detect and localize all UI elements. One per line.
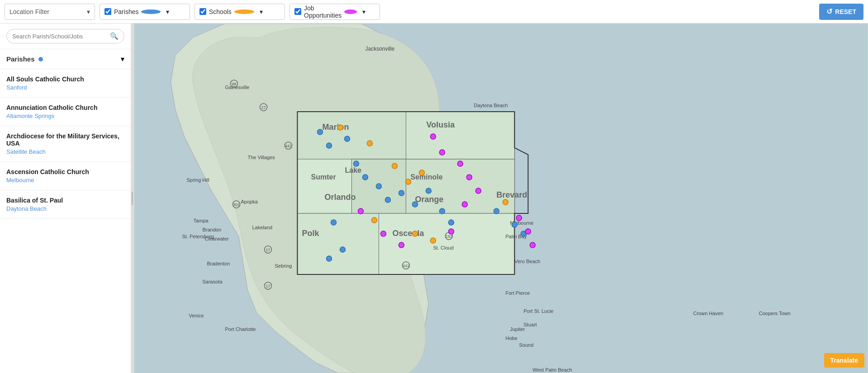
item-name-1: Annunciation Catholic Church — [6, 104, 124, 111]
parishes-section-header[interactable]: Parishes ▾ — [0, 49, 131, 69]
sidebar: 🔍 Parishes ▾ All Souls Catholic Church S… — [0, 24, 131, 373]
svg-text:Tampa: Tampa — [194, 218, 209, 223]
svg-point-81 — [331, 220, 337, 225]
item-name-4: Basilica of St. Paul — [6, 197, 124, 204]
parishes-dropdown[interactable]: Parishes ▾ — [100, 4, 190, 20]
jobs-label: Job Opportunities — [304, 5, 342, 19]
svg-text:27: 27 — [266, 248, 270, 252]
parishes-dot — [141, 9, 160, 14]
location-filter-label: Location Filter — [9, 8, 49, 15]
svg-text:Clearwater: Clearwater — [205, 236, 229, 241]
svg-point-76 — [399, 190, 404, 196]
svg-text:98: 98 — [232, 82, 236, 86]
svg-point-104 — [517, 215, 522, 221]
svg-point-69 — [318, 129, 323, 135]
svg-point-99 — [467, 175, 472, 180]
jobs-dropdown[interactable]: Job Opportunities ▾ — [289, 4, 380, 20]
svg-text:Brandon: Brandon — [203, 227, 222, 232]
svg-rect-8 — [406, 112, 515, 159]
search-button[interactable]: 🔍 — [110, 32, 119, 40]
list-item[interactable]: All Souls Catholic Church Sanford — [0, 69, 131, 98]
reset-icon: ↺ — [826, 7, 832, 16]
item-location-3: Melbourne — [6, 177, 124, 184]
search-input[interactable] — [12, 33, 106, 40]
svg-text:192: 192 — [446, 234, 452, 239]
svg-point-70 — [327, 143, 332, 148]
svg-point-73 — [363, 175, 368, 180]
svg-text:Sound: Sound — [519, 342, 534, 348]
svg-text:Coopers Town: Coopers Town — [759, 311, 791, 316]
svg-point-74 — [376, 184, 382, 189]
schools-checkbox[interactable] — [199, 8, 206, 15]
svg-text:Lakeland: Lakeland — [252, 225, 273, 230]
svg-point-77 — [413, 202, 418, 207]
svg-text:St. Cloud: St. Cloud — [433, 245, 454, 250]
parishes-section-title-group: Parishes — [6, 55, 43, 63]
svg-point-91 — [419, 170, 425, 175]
svg-text:Jupiter: Jupiter — [510, 326, 525, 332]
svg-point-106 — [530, 242, 536, 248]
svg-point-98 — [458, 161, 463, 166]
svg-point-83 — [327, 256, 332, 261]
svg-text:West Palm Beach: West Palm Beach — [533, 367, 572, 373]
svg-text:Marion: Marion — [323, 123, 349, 132]
svg-text:Bradenton: Bradenton — [207, 261, 230, 266]
jobs-checkbox[interactable] — [294, 8, 301, 15]
svg-text:Fort Pierce: Fort Pierce — [506, 290, 530, 296]
reset-label: RESET — [835, 8, 856, 15]
svg-point-82 — [340, 247, 346, 252]
item-location-2: Satellite Beach — [6, 148, 124, 155]
translate-button[interactable]: Translate — [824, 353, 864, 368]
parishes-chevron: ▾ — [166, 8, 185, 15]
list-item[interactable]: Basilica of St. Paul Daytona Beach — [0, 190, 131, 219]
location-filter-chevron: ▾ — [87, 8, 90, 15]
svg-text:Sumter: Sumter — [311, 173, 336, 181]
svg-point-80 — [449, 220, 454, 225]
item-name-2: Archdiocese for the Military Services, U… — [6, 132, 124, 147]
map-svg: Marion Volusia Sumter Lake Seminole Orla… — [134, 24, 868, 373]
svg-text:Orange: Orange — [415, 195, 444, 204]
svg-text:Volusia: Volusia — [427, 120, 455, 129]
svg-point-93 — [431, 238, 436, 243]
section-chevron-icon: ▾ — [121, 55, 124, 63]
svg-point-96 — [431, 134, 436, 139]
svg-text:Apopka: Apopka — [241, 199, 258, 204]
topbar: Location Filter ▾ Parishes ▾ Schools ▾ J… — [0, 0, 868, 24]
location-filter-dropdown[interactable]: Location Filter ▾ — [5, 4, 95, 20]
svg-text:441: 441 — [285, 144, 292, 148]
list-item[interactable]: Ascension Catholic Church Melbourne — [0, 162, 131, 190]
svg-rect-11 — [406, 159, 515, 213]
item-name-0: All Souls Catholic Church — [6, 76, 124, 83]
svg-text:Port St. Lucie: Port St. Lucie — [524, 308, 554, 314]
svg-text:Orlando: Orlando — [325, 193, 356, 202]
svg-text:Daytona Beach: Daytona Beach — [474, 103, 508, 108]
svg-point-79 — [440, 208, 445, 214]
svg-point-71 — [345, 136, 350, 142]
svg-point-90 — [406, 179, 411, 184]
jobs-dot — [344, 9, 357, 14]
parishes-section-dot — [38, 57, 43, 61]
map-container[interactable]: Marion Volusia Sumter Lake Seminole Orla… — [134, 24, 868, 373]
svg-text:Vero Beach: Vero Beach — [515, 259, 541, 264]
svg-rect-12 — [298, 213, 379, 274]
svg-text:Hobe: Hobe — [506, 335, 517, 341]
svg-text:Port Charlotte: Port Charlotte — [225, 326, 256, 332]
reset-button[interactable]: ↺ RESET — [819, 4, 863, 20]
schools-dropdown[interactable]: Schools ▾ — [194, 4, 285, 20]
svg-text:17: 17 — [266, 284, 270, 288]
svg-point-107 — [358, 208, 364, 214]
svg-text:Sebring: Sebring — [275, 263, 292, 269]
list-item[interactable]: Archdiocese for the Military Services, U… — [0, 126, 131, 162]
svg-point-72 — [354, 161, 359, 166]
svg-text:The Villages: The Villages — [248, 155, 275, 160]
search-bar: 🔍 — [0, 24, 131, 49]
svg-point-97 — [440, 150, 445, 155]
svg-text:Sarasota: Sarasota — [203, 279, 223, 284]
parishes-checkbox[interactable] — [104, 8, 111, 15]
svg-point-78 — [426, 188, 432, 194]
svg-text:Crown Haven: Crown Haven — [693, 311, 724, 316]
item-location-1: Altamonte Springs — [6, 113, 124, 119]
main-layout: 🔍 Parishes ▾ All Souls Catholic Church S… — [0, 24, 868, 373]
svg-text:301: 301 — [233, 203, 240, 207]
list-item[interactable]: Annunciation Catholic Church Altamonte S… — [0, 98, 131, 126]
